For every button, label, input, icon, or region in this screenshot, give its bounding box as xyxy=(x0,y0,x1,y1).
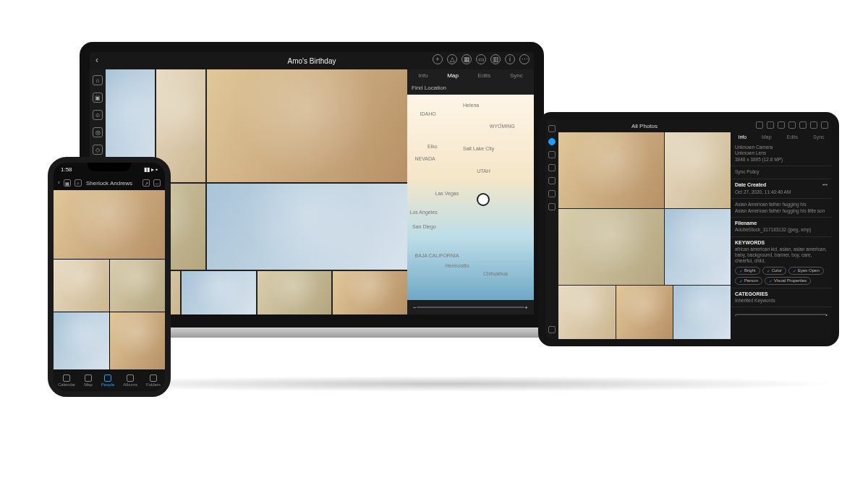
photo-thumb[interactable] xyxy=(558,209,664,285)
albums-icon[interactable]: ▣ xyxy=(93,93,103,103)
date-heading: Date Created xyxy=(735,182,766,188)
photo-thumb[interactable] xyxy=(207,184,407,270)
share-icon[interactable]: ↗ xyxy=(142,179,150,187)
places-icon[interactable] xyxy=(548,177,556,184)
filename-value: AdobeStock_317183132 (jpeg, xmp) xyxy=(735,227,827,233)
categories-section: CATEGORIES Inherited Keywords xyxy=(731,288,832,307)
tab-people[interactable]: People xyxy=(101,374,115,387)
phone-header: ‹ ▦ ⌕ Sherlock Andrews ↗ ⋯ xyxy=(54,176,165,190)
tag-icon[interactable] xyxy=(548,190,556,197)
search-icon[interactable] xyxy=(548,125,556,132)
panel-tabs: Info Map Edits Sync xyxy=(407,69,534,82)
add-icon[interactable]: + xyxy=(433,54,443,64)
map-label: Helena xyxy=(463,103,479,108)
grid-icon[interactable] xyxy=(778,121,785,129)
tab-sync[interactable]: Sync xyxy=(813,134,825,140)
grid-icon[interactable]: ▦ xyxy=(64,179,71,187)
photo-thumb[interactable] xyxy=(54,312,109,369)
filmstrip-icon[interactable]: ▥ xyxy=(490,54,501,64)
laptop-map-panel: Info Map Edits Sync Find Location Helena… xyxy=(407,69,534,314)
map-label: Hermosillo xyxy=(446,263,469,268)
more-icon[interactable]: ⋯ xyxy=(822,182,827,188)
map-canvas[interactable]: Helena IDAHO WYOMING NEVADA Salt Lake Ci… xyxy=(407,95,534,300)
compare-icon[interactable] xyxy=(788,121,796,129)
albums-icon[interactable] xyxy=(548,151,556,158)
home-icon[interactable]: ⌂ xyxy=(93,75,103,85)
photo-thumb[interactable] xyxy=(54,260,109,311)
tablet-photo-grid xyxy=(558,132,731,339)
photo-thumb[interactable] xyxy=(673,286,731,339)
map-label: Los Angeles xyxy=(410,210,438,215)
map-zoom-slider[interactable]: − + xyxy=(407,300,534,314)
tab-calendar[interactable]: Calendar xyxy=(58,374,75,387)
grid-icon[interactable]: ▦ xyxy=(461,54,472,64)
chip-person[interactable]: Person xyxy=(735,277,762,285)
categories-sub: Inherited Keywords xyxy=(735,298,827,304)
people-icon[interactable]: ☺ xyxy=(93,110,103,120)
tab-edits[interactable]: Edits xyxy=(787,134,799,140)
tab-info[interactable]: Info xyxy=(738,134,746,140)
photo-thumb[interactable] xyxy=(665,209,731,285)
thumb-size-slider[interactable]: ▫ ▪ xyxy=(731,307,832,322)
people-icon[interactable] xyxy=(548,164,556,171)
search-icon[interactable]: ⌕ xyxy=(75,179,82,187)
chip-color[interactable]: Color xyxy=(762,267,786,275)
tab-map[interactable]: Map xyxy=(447,72,459,79)
lens-line: Unknown Lens xyxy=(735,150,827,156)
photo-thumb[interactable] xyxy=(558,132,664,208)
bell-icon[interactable]: △ xyxy=(447,54,457,64)
tab-map[interactable]: Map xyxy=(762,134,772,140)
tab-albums[interactable]: Albums xyxy=(123,374,137,387)
phone-statusbar: 1:58 ▮▮ ▸ ▪ xyxy=(54,163,165,176)
photo-thumb[interactable] xyxy=(182,271,256,314)
keywords-text: african american kid, asian, asian ameri… xyxy=(735,247,827,265)
categories-heading: CATEGORIES xyxy=(735,291,827,296)
tab-folders[interactable]: Folders xyxy=(146,374,161,387)
zoom-in-icon[interactable]: + xyxy=(524,304,528,311)
photo-thumb[interactable] xyxy=(616,286,673,339)
more-icon[interactable] xyxy=(821,121,828,129)
filter-icon[interactable] xyxy=(548,326,556,333)
photo-thumb[interactable] xyxy=(207,69,407,182)
tab-map[interactable]: Map xyxy=(84,374,93,387)
back-icon[interactable]: ‹ xyxy=(58,179,60,187)
photo-thumb[interactable] xyxy=(665,132,731,208)
photo-thumb[interactable] xyxy=(558,286,616,339)
info-icon[interactable] xyxy=(810,121,817,129)
more-icon[interactable]: ⋯ xyxy=(519,54,529,64)
bell-icon[interactable] xyxy=(767,121,774,129)
info-icon[interactable]: i xyxy=(505,54,515,64)
tag-icon[interactable]: ◇ xyxy=(93,145,103,155)
photo-thumb[interactable] xyxy=(258,271,332,314)
desc-line: Asian American father hugging his little… xyxy=(735,208,827,214)
photo-thumb[interactable] xyxy=(333,271,407,314)
chip-visual-properties[interactable]: Visual Properties xyxy=(765,277,811,285)
zoom-out-icon[interactable]: − xyxy=(413,304,417,311)
photo-thumb[interactable] xyxy=(54,190,165,259)
back-icon[interactable]: ‹ xyxy=(95,55,98,65)
chip-bright[interactable]: Bright xyxy=(735,267,760,275)
places-icon[interactable]: ◎ xyxy=(93,127,103,137)
tab-edits[interactable]: Edits xyxy=(477,72,490,79)
photo-thumb[interactable] xyxy=(110,260,166,311)
filename-heading: Filename xyxy=(735,221,827,226)
tablet-panel-tabs: Info Map Edits Sync xyxy=(731,132,832,142)
phone-photo-grid xyxy=(54,190,165,369)
tablet-title: All Photos xyxy=(558,119,731,132)
compare-icon[interactable]: ▭ xyxy=(476,54,486,64)
keywords-section: KEYWORDS african american kid, asian, as… xyxy=(731,237,832,288)
more-icon[interactable]: ⋯ xyxy=(153,179,161,187)
map-pin[interactable] xyxy=(477,193,490,206)
tab-info[interactable]: Info xyxy=(418,72,427,79)
phone-device: 1:58 ▮▮ ▸ ▪ ‹ ▦ ⌕ Sherlock Andrews ↗ ⋯ C… xyxy=(48,157,171,397)
map-label: NEVADA xyxy=(415,156,435,161)
find-location-field[interactable]: Find Location xyxy=(407,82,534,95)
filmstrip-icon[interactable] xyxy=(799,121,807,129)
chip-eyes-open[interactable]: Eyes Open xyxy=(788,267,824,275)
photo-thumb[interactable] xyxy=(110,312,166,369)
tab-sync[interactable]: Sync xyxy=(510,72,523,79)
map-label: San Diego xyxy=(412,224,436,229)
home-icon[interactable] xyxy=(548,138,556,145)
trash-icon[interactable] xyxy=(548,203,556,210)
add-icon[interactable] xyxy=(756,121,763,129)
